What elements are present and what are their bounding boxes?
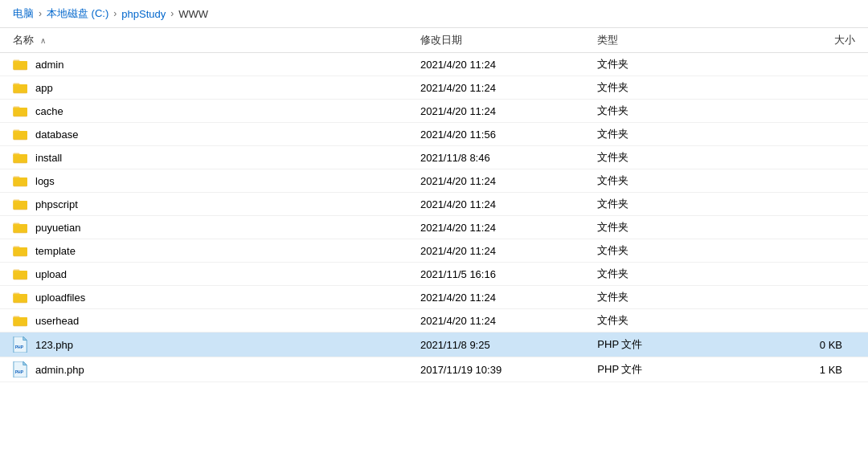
file-type-cell: 文件夹 xyxy=(584,239,761,263)
file-size-cell xyxy=(762,76,868,100)
svg-text:PHP: PHP xyxy=(15,369,24,374)
php-file-icon: PHP xyxy=(13,337,29,353)
file-name-cell: puyuetian xyxy=(0,216,407,239)
file-name-cell: cache xyxy=(0,100,407,123)
breadcrumb-pc[interactable]: 电脑 xyxy=(13,6,34,21)
svg-rect-29 xyxy=(13,271,27,279)
file-date-cell: 2017/11/19 10:39 xyxy=(407,357,584,382)
table-row[interactable]: cache2021/4/20 11:24文件夹 xyxy=(0,100,868,123)
file-size-cell xyxy=(762,123,868,146)
table-row[interactable]: userhead2021/4/20 11:24文件夹 xyxy=(0,309,868,333)
file-date-cell: 2021/4/20 11:24 xyxy=(407,53,584,76)
table-row[interactable]: logs2021/4/20 11:24文件夹 xyxy=(0,169,868,193)
table-row[interactable]: PHP admin.php2017/11/19 10:39PHP 文件1 KB xyxy=(0,357,868,382)
breadcrumb-www: WWW xyxy=(178,8,208,20)
file-size-cell xyxy=(762,239,868,263)
svg-marker-37 xyxy=(23,337,27,341)
file-name-text: logs xyxy=(35,175,55,187)
table-row[interactable]: PHP 123.php2021/11/8 9:25PHP 文件0 KB xyxy=(0,333,868,357)
breadcrumb: 电脑 › 本地磁盘 (C:) › phpStudy › WWW xyxy=(0,0,868,28)
breadcrumb-c-drive[interactable]: 本地磁盘 (C:) xyxy=(47,6,108,21)
file-date-cell: 2021/4/20 11:24 xyxy=(407,286,584,309)
file-name-cell: logs xyxy=(0,169,407,193)
col-header-name[interactable]: 名称 ∧ xyxy=(0,28,407,53)
file-date-cell: 2021/4/20 11:56 xyxy=(407,123,584,146)
file-type-cell: 文件夹 xyxy=(584,100,761,123)
breadcrumb-sep-1: › xyxy=(39,8,42,19)
file-type-cell: 文件夹 xyxy=(584,76,761,100)
folder-icon xyxy=(13,58,29,71)
file-name-text: template xyxy=(35,245,76,257)
table-row[interactable]: app2021/4/20 11:24文件夹 xyxy=(0,76,868,100)
table-row[interactable]: uploadfiles2021/4/20 11:24文件夹 xyxy=(0,286,868,309)
folder-icon xyxy=(13,151,29,164)
file-size-cell xyxy=(762,169,868,193)
file-size-cell: 1 KB xyxy=(762,357,868,382)
file-name-cell: userhead xyxy=(0,309,407,333)
folder-icon xyxy=(13,314,29,327)
file-size-cell xyxy=(762,53,868,76)
col-header-date[interactable]: 修改日期 xyxy=(407,28,584,53)
file-name-cell: uploadfiles xyxy=(0,286,407,309)
file-type-cell: 文件夹 xyxy=(584,216,761,239)
file-name-text: admin.php xyxy=(35,364,84,376)
folder-icon xyxy=(13,244,29,257)
file-name-text: 123.php xyxy=(35,339,73,351)
table-row[interactable]: phpscript2021/4/20 11:24文件夹 xyxy=(0,193,868,216)
file-type-cell: 文件夹 xyxy=(584,53,761,76)
file-list: admin2021/4/20 11:24文件夹 app2021/4/20 11:… xyxy=(0,53,868,382)
file-name-text: phpscript xyxy=(35,198,78,210)
svg-rect-14 xyxy=(13,154,27,162)
svg-rect-23 xyxy=(13,224,27,232)
svg-rect-20 xyxy=(13,201,27,209)
table-row[interactable]: puyuetian2021/4/20 11:24文件夹 xyxy=(0,216,868,239)
folder-icon xyxy=(13,128,29,141)
file-name-text: install xyxy=(35,152,62,164)
file-name-content: puyuetian xyxy=(13,221,395,234)
file-size-cell xyxy=(762,100,868,123)
file-name-content: uploadfiles xyxy=(13,291,395,304)
svg-rect-8 xyxy=(13,108,27,116)
table-row[interactable]: template2021/4/20 11:24文件夹 xyxy=(0,239,868,263)
file-name-content: logs xyxy=(13,174,395,187)
col-header-size[interactable]: 大小 xyxy=(762,28,868,53)
file-name-cell: upload xyxy=(0,263,407,286)
svg-rect-35 xyxy=(13,317,27,325)
file-table: 名称 ∧ 修改日期 类型 大小 admin2021/4/20 11:24文件夹 xyxy=(0,28,868,382)
file-date-cell: 2021/11/8 8:46 xyxy=(407,146,584,169)
folder-icon xyxy=(13,291,29,304)
file-type-cell: 文件夹 xyxy=(584,286,761,309)
svg-rect-32 xyxy=(13,294,27,302)
file-name-text: userhead xyxy=(35,315,79,327)
svg-marker-40 xyxy=(23,361,27,365)
file-date-cell: 2021/4/20 11:24 xyxy=(407,100,584,123)
file-type-cell: 文件夹 xyxy=(584,193,761,216)
folder-icon xyxy=(13,267,29,280)
file-date-cell: 2021/4/20 11:24 xyxy=(407,239,584,263)
svg-rect-5 xyxy=(13,84,27,92)
breadcrumb-phpstudy[interactable]: phpStudy xyxy=(121,8,166,20)
file-name-content: PHP 123.php xyxy=(13,337,395,353)
file-type-cell: 文件夹 xyxy=(584,169,761,193)
file-size-cell xyxy=(762,146,868,169)
svg-rect-11 xyxy=(13,131,27,139)
file-date-cell: 2021/4/20 11:24 xyxy=(407,216,584,239)
file-name-content: cache xyxy=(13,104,395,117)
file-name-content: upload xyxy=(13,267,395,280)
file-explorer: 名称 ∧ 修改日期 类型 大小 admin2021/4/20 11:24文件夹 xyxy=(0,28,868,455)
table-row[interactable]: upload2021/11/5 16:16文件夹 xyxy=(0,263,868,286)
table-row[interactable]: install2021/11/8 8:46文件夹 xyxy=(0,146,868,169)
php-file-icon: PHP xyxy=(13,361,29,377)
file-type-cell: PHP 文件 xyxy=(584,357,761,382)
file-name-content: PHP admin.php xyxy=(13,361,395,377)
table-row[interactable]: database2021/4/20 11:56文件夹 xyxy=(0,123,868,146)
table-row[interactable]: admin2021/4/20 11:24文件夹 xyxy=(0,53,868,76)
file-name-cell: template xyxy=(0,239,407,263)
file-name-text: uploadfiles xyxy=(35,292,85,304)
file-date-cell: 2021/4/20 11:24 xyxy=(407,309,584,333)
breadcrumb-sep-2: › xyxy=(113,8,117,19)
file-size-cell xyxy=(762,193,868,216)
file-date-cell: 2021/4/20 11:24 xyxy=(407,169,584,193)
svg-text:PHP: PHP xyxy=(15,345,24,349)
col-header-type[interactable]: 类型 xyxy=(584,28,761,53)
